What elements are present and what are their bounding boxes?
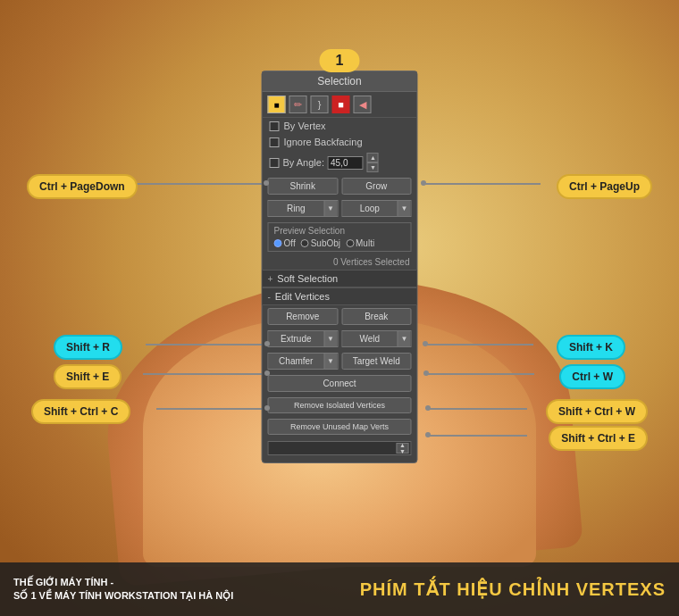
target-weld-button[interactable]: Target Weld	[341, 353, 412, 370]
dot-shift-ctrl-c	[264, 405, 270, 411]
edit-icon[interactable]: ✏	[289, 96, 307, 113]
line-shift-r	[146, 344, 266, 345]
connect-row: Connect	[263, 372, 417, 395]
radio-subobj-dot	[301, 239, 309, 247]
scrollbar[interactable]: ▲▼	[268, 441, 412, 455]
remove-isolated-row: Remove Isolated Vertices	[263, 395, 417, 416]
by-angle-checkbox[interactable]	[270, 158, 280, 168]
line-ctrl-pagedown	[136, 183, 265, 185]
scroll-arrows[interactable]: ▲▼	[397, 443, 409, 454]
preview-section: Preview Selection Off SubObj Multi	[268, 222, 412, 252]
shortcut-shift-r: Shift + R	[54, 335, 122, 360]
soft-selection-label: Soft Selection	[277, 273, 338, 284]
shortcut-shift-ctrl-w: Shift + Ctrl + W	[546, 399, 648, 424]
loop-select[interactable]: Loop ▼	[341, 200, 412, 217]
by-vertex-row: By Vertex	[263, 118, 417, 134]
line-shift-k	[426, 344, 533, 345]
panel-wrapper: 1 Selection ■ ✏ } ■ ◀ By Vertex Ignore B…	[262, 49, 418, 463]
dot-shift-r	[264, 341, 270, 346]
extrude-arrow[interactable]: ▼	[323, 331, 337, 346]
line-shift-ctrl-c	[156, 408, 266, 410]
grow-button[interactable]: Grow	[341, 178, 412, 195]
radio-off-label: Off	[284, 238, 296, 248]
bottom-bar: THẾ GIỚI MÁY TÍNH - SỐ 1 VỀ MÁY TÍNH WOR…	[0, 562, 679, 616]
loop-arrow[interactable]: ▼	[398, 201, 411, 216]
red-icon[interactable]: ■	[332, 96, 350, 113]
dot-shift-e	[264, 370, 270, 376]
ignore-backfacing-checkbox[interactable]	[270, 137, 280, 147]
dot-shift-ctrl-e	[425, 432, 431, 437]
edit-vertices-toggle[interactable]: -	[268, 292, 271, 302]
ring-select[interactable]: Ring ▼	[268, 200, 339, 217]
dot-shift-ctrl-w	[425, 405, 431, 411]
remove-unused-row: Remove Unused Map Verts	[263, 416, 417, 437]
extrude-select[interactable]: Extrude ▼	[268, 330, 339, 347]
main-panel: Selection ■ ✏ } ■ ◀ By Vertex Ignore Bac…	[262, 71, 418, 463]
shortcut-shift-ctrl-c: Shift + Ctrl + C	[31, 399, 130, 424]
weld-label: Weld	[342, 331, 398, 346]
loop-label: Loop	[342, 201, 398, 216]
soft-selection-header[interactable]: + Soft Selection	[263, 270, 417, 287]
line-shift-ctrl-e	[429, 435, 527, 437]
shrink-grow-row: Shrink Grow	[263, 175, 417, 197]
shortcut-ctrl-pageup: Ctrl + PageUp	[557, 174, 652, 199]
edit-vertices-header[interactable]: - Edit Vertices	[263, 287, 417, 305]
shrink-button[interactable]: Shrink	[268, 178, 339, 195]
tab-number[interactable]: 1	[320, 49, 360, 72]
soft-selection-toggle[interactable]: +	[268, 274, 273, 284]
line-ctrl-pageup	[424, 183, 541, 185]
bottom-bar-line2: SỐ 1 VỀ MÁY TÍNH WORKSTATION TẠI HÀ NỘI	[13, 589, 233, 603]
vertex-icon[interactable]: ■	[268, 96, 286, 113]
extra-icon[interactable]: ◀	[354, 96, 372, 113]
angle-spinner[interactable]: ▲ ▼	[367, 153, 379, 172]
radio-multi[interactable]: Multi	[346, 238, 374, 248]
weld-arrow[interactable]: ▼	[398, 331, 411, 346]
angle-input[interactable]	[328, 156, 364, 170]
break-button[interactable]: Break	[341, 308, 412, 325]
dot-ctrl-pagedown	[264, 180, 269, 186]
remove-break-row: Remove Break	[263, 305, 417, 328]
dot-ctrl-pageup	[421, 180, 426, 186]
line-shift-e	[143, 373, 266, 375]
by-vertex-label: By Vertex	[284, 121, 326, 131]
remove-isolated-button[interactable]: Remove Isolated Vertices	[268, 397, 412, 413]
chamfer-arrow[interactable]: ▼	[323, 354, 337, 369]
line-ctrl-w	[427, 373, 534, 375]
ring-label: Ring	[269, 201, 324, 216]
edit-vertices-label: Edit Vertices	[275, 291, 330, 302]
line-shift-ctrl-w	[429, 408, 527, 410]
radio-multi-label: Multi	[356, 238, 374, 248]
preview-radio-row: Off SubObj Multi	[274, 238, 406, 248]
ignore-backfacing-label: Ignore Backfacing	[284, 137, 363, 147]
ignore-backfacing-row: Ignore Backfacing	[263, 134, 417, 150]
icon-row: ■ ✏ } ■ ◀	[263, 92, 417, 118]
status-text: 0 Vertices Selected	[263, 254, 417, 270]
panel-title: Selection	[263, 71, 417, 92]
weld-select[interactable]: Weld ▼	[341, 330, 412, 347]
radio-subobj[interactable]: SubObj	[301, 238, 340, 248]
by-vertex-checkbox[interactable]	[270, 121, 280, 131]
connect-button[interactable]: Connect	[268, 375, 412, 392]
radio-off[interactable]: Off	[274, 238, 296, 248]
dot-shift-k	[423, 341, 428, 346]
by-angle-row: By Angle: ▲ ▼	[263, 150, 417, 175]
radio-multi-dot	[346, 239, 354, 247]
remove-unused-button[interactable]: Remove Unused Map Verts	[268, 419, 412, 435]
extrude-label: Extrude	[269, 331, 324, 346]
shortcut-ctrl-pagedown: Ctrl + PageDown	[27, 174, 138, 199]
ring-loop-row: Ring ▼ Loop ▼	[263, 197, 417, 220]
ring-arrow[interactable]: ▼	[323, 201, 337, 216]
shortcut-ctrl-w: Ctrl + W	[559, 364, 625, 389]
bottom-bar-line1: THẾ GIỚI MÁY TÍNH -	[13, 576, 233, 589]
shortcut-shift-ctrl-e: Shift + Ctrl + E	[549, 426, 648, 451]
remove-button[interactable]: Remove	[268, 308, 339, 325]
radio-off-dot	[274, 239, 282, 247]
chamfer-targetweld-row: Chamfer ▼ Target Weld	[263, 350, 417, 372]
chamfer-select[interactable]: Chamfer ▼	[268, 353, 339, 370]
curve-icon[interactable]: }	[311, 96, 329, 113]
radio-subobj-label: SubObj	[311, 238, 340, 248]
preview-label: Preview Selection	[274, 226, 406, 236]
by-angle-label: By Angle:	[283, 157, 324, 168]
shortcut-shift-k: Shift + K	[557, 335, 625, 360]
dot-ctrl-w	[423, 370, 429, 376]
